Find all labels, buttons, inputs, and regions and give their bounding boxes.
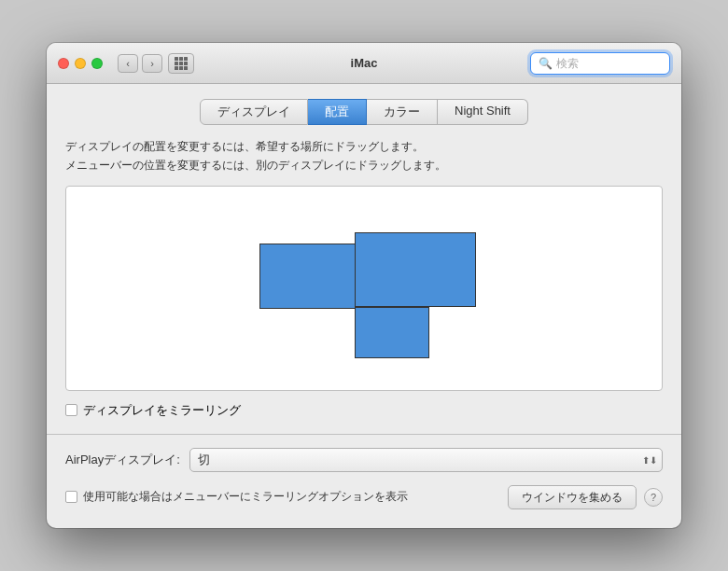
mirror-row: ディスプレイをミラーリング [65,402,663,419]
tab-nightshift[interactable]: Night Shift [438,99,528,125]
mirror-label: ディスプレイをミラーリング [83,402,241,419]
collect-windows-button[interactable]: ウインドウを集める [508,485,637,509]
bottom-row: 使用可能な場合はメニューバーにミラーリングオプションを表示 ウインドウを集める … [65,485,663,509]
back-button[interactable]: ‹ [118,54,138,73]
nav-buttons: ‹ › [118,54,162,73]
airplay-row: AirPlayディスプレイ: 切 オン ⬆⬇ [65,448,663,472]
help-button[interactable]: ? [644,488,663,507]
display-secondary[interactable] [259,244,362,309]
minimize-button[interactable] [75,58,86,69]
description-line1: ディスプレイの配置を変更するには、希望する場所にドラッグします。 [65,138,663,156]
search-box[interactable]: 🔍 [530,52,670,75]
mirror-checkbox[interactable] [65,404,77,416]
display-small[interactable] [355,307,429,358]
bottom-checkbox-row: 使用可能な場合はメニューバーにミラーリングオプションを表示 [65,489,500,505]
divider [47,434,681,435]
description-line2: メニューバーの位置を変更するには、別のディスプレイにドラッグします。 [65,157,663,174]
content-area: ディスプレイ 配置 カラー Night Shift ディスプレイの配置を変更する… [47,84,681,527]
airplay-select[interactable]: 切 オン [189,448,663,472]
titlebar: ‹ › iMac 🔍 [47,43,681,84]
tab-bar: ディスプレイ 配置 カラー Night Shift [65,99,663,125]
airplay-select-wrapper: 切 オン ⬆⬇ [189,448,663,472]
display-container [243,214,485,363]
description: ディスプレイの配置を変更するには、希望する場所にドラッグします。 メニューバーの… [65,138,663,174]
main-window: ‹ › iMac 🔍 ディスプレイ 配置 カラー Night Shift ディス… [47,43,681,527]
close-button[interactable] [58,58,69,69]
arrangement-area [65,186,663,391]
tab-display[interactable]: ディスプレイ [200,99,308,125]
display-main[interactable] [355,232,476,307]
tab-arrangement[interactable]: 配置 [308,99,367,125]
grid-view-button[interactable] [168,53,194,74]
window-title: iMac [351,56,378,70]
bottom-mirror-checkbox[interactable] [65,491,77,503]
search-icon: 🔍 [539,57,553,70]
bottom-mirror-label: 使用可能な場合はメニューバーにミラーリングオプションを表示 [83,489,408,505]
tab-color[interactable]: カラー [367,99,438,125]
airplay-label: AirPlayディスプレイ: [65,452,180,468]
forward-button[interactable]: › [142,54,162,73]
maximize-button[interactable] [91,58,103,69]
search-input[interactable] [556,57,662,70]
traffic-lights [58,58,103,69]
grid-icon [175,57,188,70]
